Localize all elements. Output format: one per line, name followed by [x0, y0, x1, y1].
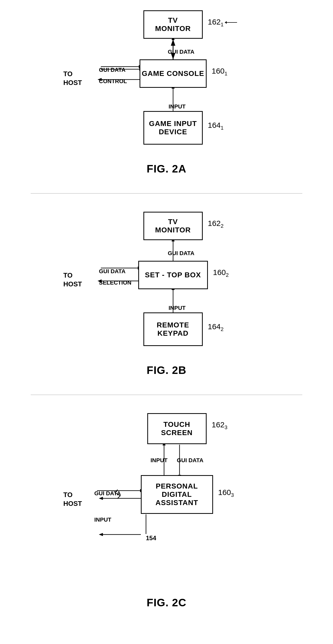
set-top-box: SET - TOP BOX [138, 261, 208, 289]
tv-monitor-box: TVMONITOR [143, 10, 203, 39]
ref-162-2: 1622 [208, 219, 224, 229]
game-input-device-box: GAME INPUTDEVICE [143, 111, 203, 145]
remote-keypad-box: REMOTEKEYPAD [143, 312, 203, 346]
gui-data-left-2b: GUI DATA [99, 268, 126, 275]
input-top-2c: INPUT [151, 457, 168, 464]
game-console-box: GAME CONSOLE [140, 59, 207, 88]
fig2a-label: FIG. 2A [147, 163, 186, 175]
input-label-2a: INPUT [169, 103, 186, 110]
fig2b-section: TVMONITOR 1622 SET - TOP BOX 1602 REMOTE… [15, 212, 318, 376]
ref-164-1: 1641 [208, 121, 224, 131]
fig2c-section: TOUCHSCREEN 1623 PERSONALDIGITALASSISTAN… [15, 413, 318, 609]
ref-154: 154 [146, 535, 156, 542]
gui-data-top-2a: GUI DATA [168, 49, 194, 55]
gui-data-top-2b: GUI DATA [168, 250, 194, 257]
ref-160-3: 1603 [218, 488, 234, 498]
ref-160-2: 1602 [213, 268, 229, 278]
set-top-box-label: SET - TOP BOX [145, 271, 201, 279]
remote-keypad-label: REMOTEKEYPAD [157, 321, 189, 337]
tv-monitor-label-2b: TVMONITOR [155, 218, 191, 234]
fig2c-label: FIG. 2C [147, 596, 186, 609]
input-left-2c: INPUT [94, 516, 111, 523]
svg-marker-31 [99, 497, 103, 500]
pda-box: PERSONALDIGITALASSISTANT [141, 475, 213, 514]
gui-data-left-2a: GUI DATA [99, 67, 126, 73]
divider-1 [31, 193, 303, 194]
game-console-label: GAME CONSOLE [142, 69, 204, 78]
fig2a-section: TVMONITOR 1621 GAME CONSOLE 1601 GAME IN… [15, 10, 318, 175]
tv-monitor-label: TVMONITOR [155, 16, 191, 33]
gui-data-top-2c: GUI DATA [177, 457, 204, 464]
touch-screen-box: TOUCHSCREEN [147, 413, 207, 444]
touch-screen-label: TOUCHSCREEN [161, 420, 193, 437]
to-host-2b: TOHOST [63, 271, 82, 289]
game-input-device-label: GAME INPUTDEVICE [149, 120, 197, 136]
gui-data-left-2c: GUI DATA [94, 490, 121, 497]
ref-162-1: 1621 [208, 18, 237, 28]
svg-marker-33 [99, 533, 103, 536]
fig2b-label: FIG. 2B [147, 364, 186, 376]
fig2a-diagram: TVMONITOR 1621 GAME CONSOLE 1601 GAME IN… [61, 10, 293, 155]
fig2b-diagram: TVMONITOR 1622 SET - TOP BOX 1602 REMOTE… [61, 212, 293, 356]
divider-2 [31, 395, 303, 395]
ref-160-1: 1601 [212, 67, 228, 77]
ref-162-3: 1623 [212, 420, 228, 430]
selection-label-2b: SELECTION [99, 279, 132, 286]
to-host-2a: TOHOST [63, 70, 82, 87]
to-host-2c: TOHOST [63, 491, 82, 508]
main-container: TVMONITOR 1621 GAME CONSOLE 1601 GAME IN… [0, 0, 333, 619]
input-label-2b: INPUT [169, 305, 186, 311]
ref-164-2: 1642 [208, 322, 224, 332]
control-label-2a: CONTROL [99, 78, 127, 85]
pda-label: PERSONALDIGITALASSISTANT [156, 482, 198, 507]
fig2c-diagram: TOUCHSCREEN 1623 PERSONALDIGITALASSISTAN… [61, 413, 293, 589]
tv-monitor-box-2b: TVMONITOR [143, 212, 203, 240]
